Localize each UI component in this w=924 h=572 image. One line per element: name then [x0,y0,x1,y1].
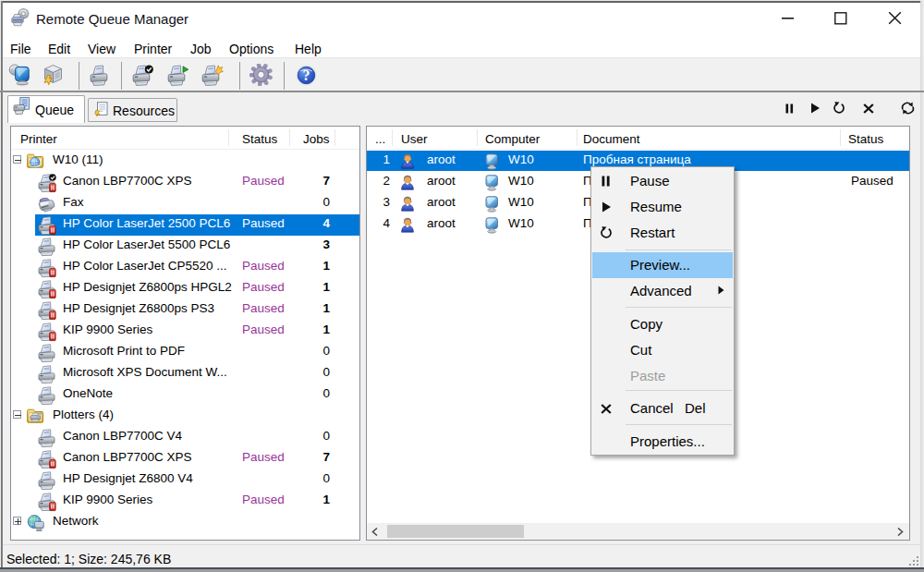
svg-text:?: ? [303,67,310,83]
